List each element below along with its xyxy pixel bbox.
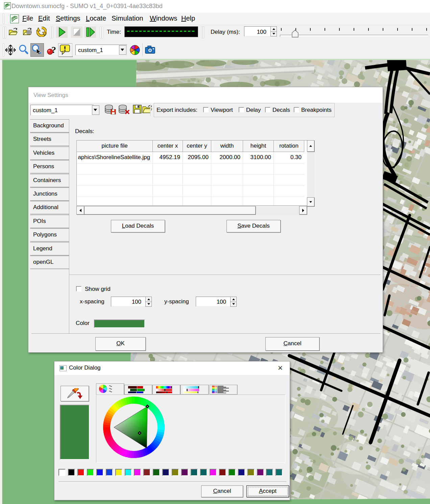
svg-text:?: ? — [51, 45, 56, 55]
